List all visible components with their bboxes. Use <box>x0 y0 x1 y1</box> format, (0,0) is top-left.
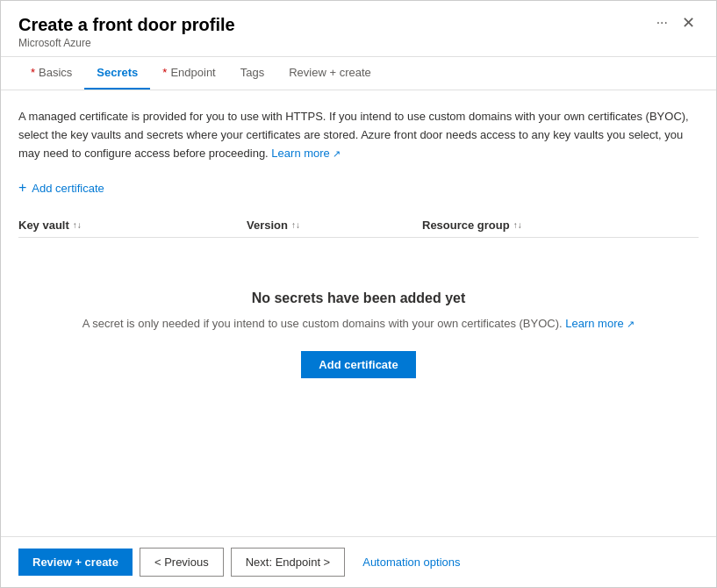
automation-options-button[interactable]: Automation options <box>352 549 470 576</box>
tab-bar: *Basics Secrets *Endpoint Tags Review + … <box>1 57 716 90</box>
tab-basics[interactable]: *Basics <box>18 57 84 90</box>
empty-title: No secrets have been added yet <box>252 290 466 306</box>
learn-more-link-2[interactable]: Learn more ↗ <box>565 317 635 330</box>
header-actions: ··· ✕ <box>653 15 699 31</box>
plus-icon: + <box>18 180 26 196</box>
key-vault-header: Key vault ↑↓ <box>18 219 247 232</box>
endpoint-required: * <box>162 66 167 79</box>
info-paragraph: A managed certificate is provided for yo… <box>18 108 699 162</box>
version-header: Version ↑↓ <box>247 219 422 232</box>
dialog-footer: Review + create < Previous Next: Endpoin… <box>1 536 716 587</box>
tab-review[interactable]: Review + create <box>276 57 384 90</box>
learn-more-link-1[interactable]: Learn more ↗ <box>271 147 341 160</box>
tab-endpoint[interactable]: *Endpoint <box>150 57 227 90</box>
review-create-button[interactable]: Review + create <box>18 549 133 576</box>
header-left: Create a front door profile Microsoft Az… <box>18 15 235 49</box>
empty-description: A secret is only needed if you intend to… <box>82 317 635 330</box>
add-certificate-label: Add certificate <box>32 182 104 195</box>
tab-secrets[interactable]: Secrets <box>84 57 150 90</box>
resource-group-sort-icon[interactable]: ↑↓ <box>513 220 522 230</box>
key-vault-sort-icon[interactable]: ↑↓ <box>73 220 82 230</box>
add-certificate-empty-button[interactable]: Add certificate <box>301 351 415 378</box>
external-link-icon-2: ↗ <box>627 319 635 329</box>
external-link-icon-1: ↗ <box>333 147 341 158</box>
table-header: Key vault ↑↓ Version ↑↓ Resource group ↑… <box>18 213 699 238</box>
close-button[interactable]: ✕ <box>678 15 699 31</box>
dialog-subtitle: Microsoft Azure <box>18 37 235 49</box>
add-certificate-top-button[interactable]: + Add certificate <box>18 176 104 199</box>
version-sort-icon[interactable]: ↑↓ <box>291 220 300 230</box>
tab-tags[interactable]: Tags <box>228 57 276 90</box>
basics-required: * <box>31 66 35 79</box>
main-content: A managed certificate is provided for yo… <box>1 90 716 536</box>
empty-state: No secrets have been added yet A secret … <box>18 238 699 431</box>
previous-button[interactable]: < Previous <box>140 548 224 577</box>
resource-group-header: Resource group ↑↓ <box>422 219 699 232</box>
create-front-door-dialog: Create a front door profile Microsoft Az… <box>0 0 717 588</box>
dialog-title: Create a front door profile <box>18 15 235 35</box>
dialog-header: Create a front door profile Microsoft Az… <box>1 1 716 57</box>
ellipsis-button[interactable]: ··· <box>653 15 671 31</box>
next-button[interactable]: Next: Endpoint > <box>231 548 345 577</box>
